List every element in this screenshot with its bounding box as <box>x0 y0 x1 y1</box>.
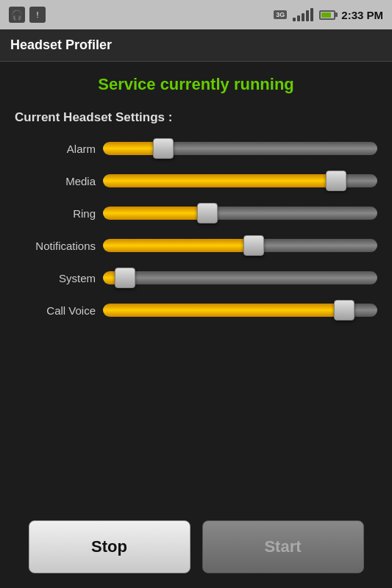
notification-icon: ! <box>29 7 46 23</box>
slider-row-notifications: Notifications <box>15 235 377 256</box>
slider-label-ring: Ring <box>15 207 96 220</box>
slider-track-ring[interactable] <box>103 203 377 223</box>
signal-bars-icon <box>293 8 313 21</box>
slider-track-notifications[interactable] <box>103 235 377 256</box>
settings-label: Current Headset Settings : <box>15 110 377 125</box>
slider-thumb-system[interactable] <box>115 268 135 288</box>
slider-thumb-ring[interactable] <box>197 203 218 223</box>
status-icons: 🎧 ! <box>9 7 268 23</box>
slider-thumb-callvoice[interactable] <box>334 300 354 320</box>
slider-label-system: System <box>15 272 96 284</box>
slider-row-ring: Ring <box>15 203 377 223</box>
app-title: Headset Profiler <box>10 37 112 53</box>
status-bar: 🎧 ! 3G 2:33 PM <box>0 0 392 29</box>
slider-track-system[interactable] <box>103 268 377 288</box>
headset-icon: 🎧 <box>9 7 25 23</box>
slider-row-media: Media <box>15 171 377 191</box>
slider-track-callvoice[interactable] <box>103 300 377 320</box>
signal-3g-icon: 3G <box>274 10 287 19</box>
slider-track-alarm[interactable] <box>103 138 377 159</box>
service-status-text: Service currently running <box>15 75 377 94</box>
slider-label-media: Media <box>15 175 96 187</box>
sliders-container: AlarmMediaRingNotificationsSystemCall Vo… <box>15 138 377 500</box>
slider-row-system: System <box>15 268 377 288</box>
slider-label-notifications: Notifications <box>15 240 96 252</box>
slider-label-alarm: Alarm <box>15 143 96 155</box>
title-bar: Headset Profiler <box>0 29 392 62</box>
buttons-row: Stop Start <box>15 520 377 573</box>
slider-thumb-notifications[interactable] <box>243 235 264 256</box>
slider-row-callvoice: Call Voice <box>15 300 377 320</box>
slider-row-alarm: Alarm <box>15 138 377 159</box>
battery-icon <box>319 10 335 20</box>
start-button[interactable]: Start <box>202 520 364 573</box>
main-content: Service currently running Current Headse… <box>0 62 392 588</box>
slider-thumb-alarm[interactable] <box>153 138 174 159</box>
stop-button[interactable]: Stop <box>29 520 190 573</box>
slider-thumb-media[interactable] <box>326 171 346 191</box>
slider-track-media[interactable] <box>103 171 377 191</box>
status-time: 2:33 PM <box>341 9 383 21</box>
slider-label-callvoice: Call Voice <box>15 304 96 317</box>
